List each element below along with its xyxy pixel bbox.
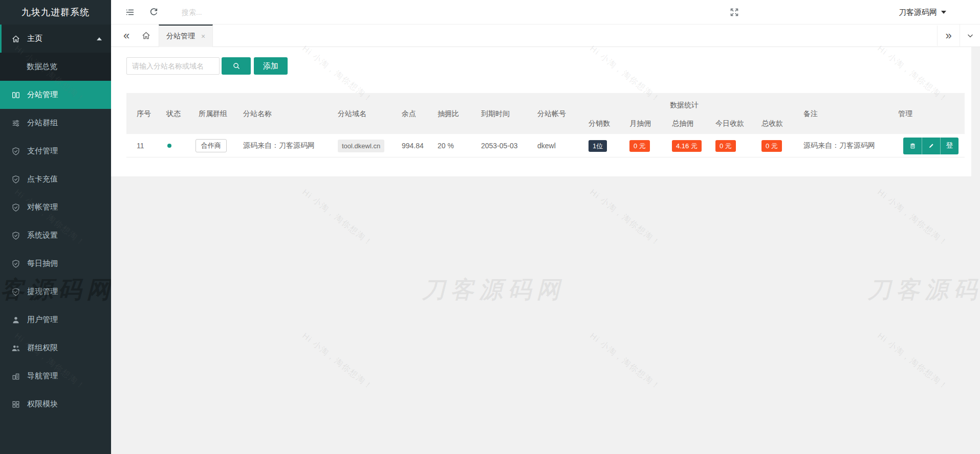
- today-income-badge: 0 元: [715, 140, 736, 152]
- domain-tag[interactable]: tool.dkewl.cn: [338, 140, 384, 152]
- columns-icon: [11, 90, 20, 100]
- cell-distributors: 1位: [589, 134, 607, 157]
- edit-button[interactable]: [922, 138, 940, 154]
- cell-status: [167, 134, 171, 157]
- tabs-scroll-left-button[interactable]: «: [119, 26, 134, 46]
- cell-group: 合作商: [195, 134, 227, 157]
- distributors-badge: 1位: [589, 140, 607, 152]
- cell-total-income: 0 元: [761, 134, 782, 157]
- watermark-brand: 刀客源码网: [867, 274, 980, 306]
- col-total-comm: 总抽佣: [672, 112, 693, 134]
- sidebar-toggle-icon[interactable]: [124, 7, 136, 17]
- sidebar-item-reconcile[interactable]: 对帐管理: [0, 193, 111, 221]
- col-balance: 余点: [402, 93, 416, 134]
- sidebar-item-label: 分站群组: [27, 118, 58, 128]
- sidebar-item-group-permission[interactable]: 群组权限: [0, 334, 111, 362]
- user-icon: [11, 315, 20, 325]
- sidebar-item-user-manage[interactable]: 用户管理: [0, 306, 111, 334]
- search-icon: [232, 61, 241, 71]
- table-row: 11 合作商 源码来自：刀客源码网 tool.dkewl.cn 994.84 2…: [126, 134, 965, 157]
- col-remark: 备注: [803, 93, 818, 134]
- sidebar-item-label: 分站管理: [27, 90, 58, 100]
- tabs-scroll-right-button[interactable]: »: [937, 26, 960, 46]
- modules-grid-icon: [11, 400, 20, 409]
- delete-button[interactable]: [903, 138, 922, 154]
- cell-manage: 登: [903, 134, 959, 157]
- login-button[interactable]: 登: [940, 138, 959, 154]
- watermark-text: Hi 小淘，淘你想淘！: [587, 331, 663, 393]
- search-button[interactable]: [222, 57, 251, 75]
- sidebar-item-label: 群组权限: [27, 343, 58, 353]
- col-status: 状态: [166, 93, 181, 134]
- status-dot: [167, 144, 171, 148]
- site-manage-panel: 添加 序号 状态 所属群组 分站名称 分站域名 余点 抽拥比 到期时间 分站帐号…: [111, 47, 971, 176]
- fullscreen-icon[interactable]: [729, 7, 739, 17]
- shield-check-icon: [11, 259, 20, 268]
- tabs-dropdown-icon[interactable]: [960, 25, 980, 47]
- sidebar-item-label: 支付管理: [27, 146, 58, 156]
- shield-check-icon: [11, 147, 20, 156]
- sliders-icon: [11, 119, 20, 128]
- cell-site-name: 源码来自：刀客源码网: [243, 134, 315, 157]
- sidebar-item-pay-manage[interactable]: 支付管理: [0, 137, 111, 165]
- cell-domain: tool.dkewl.cn: [338, 134, 384, 157]
- col-domain: 分站域名: [338, 93, 366, 134]
- col-month-comm: 月抽佣: [629, 112, 651, 134]
- watermark-text: Hi 小淘，淘你想淘！: [875, 331, 950, 393]
- trash-icon: [909, 142, 917, 150]
- sidebar: 九块九进群系统 主页 数据总览 分站管理 分站群组 支付管理 点卡充值: [0, 0, 111, 454]
- sidebar-item-label: 每日抽佣: [27, 259, 58, 268]
- table-header: 序号 状态 所属群组 分站名称 分站域名 余点 抽拥比 到期时间 分站帐号 数据…: [126, 93, 965, 134]
- col-group: 所属群组: [199, 93, 227, 134]
- sidebar-item-permission-module[interactable]: 权限模块: [0, 390, 111, 418]
- sidebar-item-data-overview[interactable]: 数据总览: [0, 53, 111, 81]
- tabbar: « 分站管理 × »: [111, 25, 980, 47]
- tab-close-icon[interactable]: ×: [201, 32, 205, 40]
- watermark-text: Hi 小淘，淘你想淘！: [300, 331, 375, 393]
- watermark-text: Hi 小淘，淘你想淘！: [875, 187, 950, 249]
- add-button[interactable]: 添加: [254, 57, 288, 75]
- watermark-brand: 刀客源码网: [422, 274, 565, 306]
- watermark-text: Hi 小淘，淘你想淘！: [587, 187, 663, 249]
- sidebar-item-label: 点卡充值: [27, 174, 58, 184]
- col-index: 序号: [137, 93, 151, 134]
- sidebar-item-site-manage[interactable]: 分站管理: [0, 81, 111, 109]
- sidebar-item-daily-commission[interactable]: 每日抽佣: [0, 249, 111, 278]
- cell-remark: 源码来自：刀客源码网: [803, 134, 875, 157]
- toolbar: 添加: [111, 47, 971, 75]
- total-income-badge: 0 元: [761, 140, 782, 152]
- cell-today-income: 0 元: [715, 134, 736, 157]
- users-icon: [11, 344, 20, 353]
- tab-home-icon[interactable]: [138, 31, 154, 40]
- sidebar-item-label: 主页: [27, 34, 42, 43]
- sidebar-item-card-recharge[interactable]: 点卡充值: [0, 165, 111, 193]
- user-dropdown[interactable]: 刀客源码网: [899, 0, 946, 25]
- cell-month-comm: 0 元: [629, 134, 650, 157]
- sidebar-item-site-group[interactable]: 分站群组: [0, 109, 111, 137]
- cell-total-comm: 4.16 元: [672, 134, 702, 157]
- shield-check-icon: [11, 287, 20, 297]
- col-account: 分站帐号: [537, 93, 566, 134]
- col-total-income: 总收款: [761, 112, 783, 134]
- tab-site-manage[interactable]: 分站管理 ×: [159, 25, 213, 47]
- sidebar-item-system-settings[interactable]: 系统设置: [0, 221, 111, 249]
- watermark-text: Hi 小淘，淘你想淘！: [300, 187, 375, 249]
- sidebar-item-nav-manage[interactable]: 导航管理: [0, 362, 111, 390]
- topbar: 刀客源码网: [111, 0, 980, 25]
- shield-check-icon: [11, 175, 20, 184]
- caret-down-icon: [941, 11, 946, 14]
- sidebar-item-home[interactable]: 主页: [0, 25, 111, 53]
- col-rate: 抽拥比: [438, 93, 459, 134]
- pencil-icon: [928, 142, 935, 149]
- col-expire: 到期时间: [481, 93, 510, 134]
- cell-expire: 2053-05-03: [481, 134, 518, 157]
- refresh-icon[interactable]: [149, 7, 159, 17]
- sidebar-item-withdraw[interactable]: 提现管理: [0, 278, 111, 306]
- home-icon: [11, 34, 20, 43]
- col-stats-group: 数据统计: [654, 93, 715, 112]
- cell-balance: 994.84: [402, 134, 424, 157]
- global-search-input[interactable]: [182, 8, 397, 16]
- tab-label: 分站管理: [166, 32, 195, 41]
- col-site-name: 分站名称: [243, 93, 272, 134]
- site-search-input[interactable]: [126, 57, 220, 75]
